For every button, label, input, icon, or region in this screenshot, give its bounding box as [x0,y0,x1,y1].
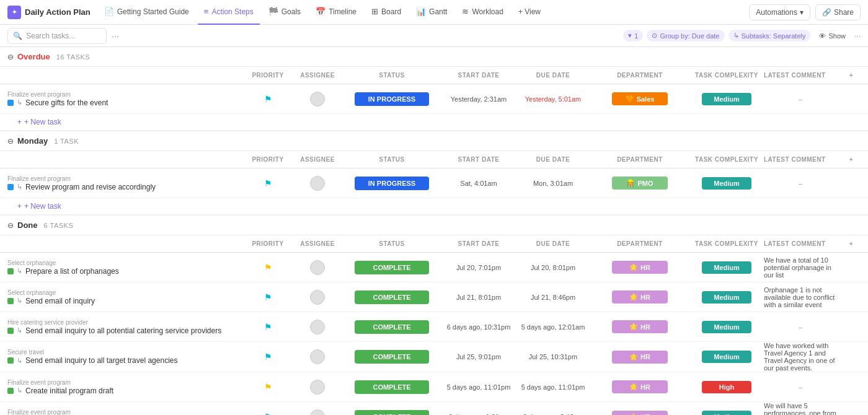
gantt-icon: 📊 [416,7,426,16]
status-badge[interactable]: COMPLETE [355,320,429,334]
task-parent: Finalize event program [7,91,243,98]
status-cell: COMPLETE [342,380,441,394]
priority-cell: ⚑ [243,263,293,273]
automations-button[interactable]: Automations ▾ [749,4,810,20]
group-by-button[interactable]: ⊙ Group by: Due date [647,30,724,42]
section-monday-header: ⊖ Monday 1 TASK [0,131,868,151]
due-date-cell: Jul 20, 8:01pm [516,264,590,271]
filter-count: 1 [634,32,638,40]
col-add[interactable]: + [842,72,861,79]
status-badge[interactable]: COMPLETE [355,290,429,304]
avatar [310,92,325,107]
section-overdue: ⊖ Overdue 16 TASKS PRIORITY ASSIGNEE STA… [0,47,868,131]
start-date-cell: 5 days ago, 11:01pm [441,383,516,391]
col-add-d[interactable]: + [842,240,861,247]
subtask-arrow: ↳ [17,326,22,334]
tab-action-steps-label: Action Steps [211,7,253,16]
tab-board[interactable]: ⊞ Board [365,0,407,25]
search-box[interactable]: 🔍 Search tasks... [7,28,107,44]
new-task-monday[interactable]: + + New task [0,198,868,214]
overdue-toggle[interactable]: ⊖ [7,53,14,61]
toolbar-more-options[interactable]: ··· [112,31,119,41]
department-cell: 🌟 HR [590,261,689,274]
subtasks-button[interactable]: ↳ Subtasks: Separately [728,30,811,42]
col-add-m[interactable]: + [842,156,861,163]
dept-badge: 🌟 HR [612,411,668,416]
share-button[interactable]: 🔗 Share [815,4,861,20]
toolbar-right: ▾ 1 ⊙ Group by: Due date ↳ Subtasks: Sep… [623,30,861,42]
group-icon: ⊙ [652,32,657,40]
section-done: ⊖ Done 6 TASKS PRIORITY ASSIGNEE STATUS … [0,216,868,415]
tab-workload[interactable]: ≋ Workload [456,0,509,25]
tab-goals[interactable]: 🏁 Goals [262,0,307,25]
task-dot [7,268,14,274]
subtask-arrow: ↳ [17,387,22,395]
section-monday: ⊖ Monday 1 TASK PRIORITY ASSIGNEE STATUS… [0,131,868,216]
status-badge[interactable]: IN PROGRESS [355,92,429,106]
table-row: Finalize event program ↳ Create initial … [0,372,868,402]
col-complex-m: TASK COMPLEXITY [689,156,764,163]
table-row: Select orphanage ↳ Prepare a list of orp… [0,253,868,282]
avatar [310,380,325,395]
toolbar-overflow[interactable]: ··· [854,32,861,40]
task-name-cell: Secure travel ↳ Send email inquiry to al… [7,346,243,367]
subtask-arrow: ↳ [17,297,22,305]
filter-button[interactable]: ▾ 1 [623,30,643,42]
col-comment-m: LATEST COMMENT [764,156,842,163]
tab-action-steps[interactable]: ≡ Action Steps [198,0,260,25]
complexity-cell: Medium [689,93,764,105]
complexity-badge: Medium [702,351,751,363]
share-icon: 🔗 [822,8,831,17]
task-name: ↳ Send email inquiry to all potential ca… [7,326,243,335]
group-by-label: Group by: Due date [660,32,719,40]
task-dot [7,328,14,334]
new-task-overdue[interactable]: + + New task [0,114,868,130]
dept-icon: 🌟 [629,383,638,391]
due-date-cell: Jul 21, 8:46pm [516,294,590,301]
priority-flag: ⚑ [264,263,272,273]
subtask-icon: ↳ [733,32,739,40]
start-date-cell: Jul 20, 7:01pm [441,264,516,271]
dept-badge: 🌟 HR [612,290,668,304]
tab-gantt[interactable]: 📊 Gantt [410,0,453,25]
section-done-header: ⊖ Done 6 TASKS [0,216,868,235]
dept-icon: 🌟 [629,353,638,361]
due-date-cell: Jul 25, 10:31pm [516,353,590,360]
col-due-m: DUE DATE [516,156,590,163]
avatar [310,290,325,305]
show-button[interactable]: 👁 Show [814,30,851,42]
col-assignee-d: ASSIGNEE [293,240,342,247]
status-badge[interactable]: COMPLETE [355,410,429,415]
overdue-title: Overdue 16 TASKS [17,52,90,61]
start-date-cell: Jul 25, 9:01pm [441,353,516,360]
toolbar: 🔍 Search tasks... ··· ▾ 1 ⊙ Group by: Du… [0,25,868,47]
priority-cell: ⚑ [243,322,293,332]
status-badge[interactable]: COMPLETE [355,350,429,364]
monday-toggle[interactable]: ⊖ [7,137,14,146]
department-cell: 🌟 HR [590,290,689,304]
comment-cell: Orphanage 1 is not available due to conf… [764,286,842,308]
status-badge[interactable]: COMPLETE [355,380,429,394]
task-name-cell: Finalize event program ↳ Secure gifts fo… [7,89,243,110]
tab-getting-started-label: Getting Started Guide [117,7,189,16]
complexity-badge: Medium [702,321,751,333]
status-badge[interactable]: COMPLETE [355,261,429,274]
tab-getting-started[interactable]: 📄 Getting Started Guide [98,0,195,25]
task-name-cell: Select orphanage ↳ Send email of inquiry [7,287,243,308]
tab-workload-label: Workload [472,7,503,16]
col-department: DEPARTMENT [590,72,689,79]
tab-add-view[interactable]: + View [512,0,547,25]
subtask-arrow: ↳ [17,267,22,275]
assignee-cell [293,290,342,305]
due-date-cell: Yesterday, 5:01am [516,95,590,103]
priority-flag: ⚑ [264,412,272,415]
done-count: 6 TASKS [44,222,74,229]
col-status-d: STATUS [342,240,441,247]
col-complexity: TASK COMPLEXITY [689,72,764,79]
tab-timeline[interactable]: 📅 Timeline [309,0,363,25]
done-toggle[interactable]: ⊖ [7,221,14,230]
status-cell: COMPLETE [342,261,441,274]
col-complex-d: TASK COMPLEXITY [689,240,764,247]
status-badge[interactable]: IN PROGRESS [355,177,429,190]
dept-icon: 🌟 [629,413,638,416]
